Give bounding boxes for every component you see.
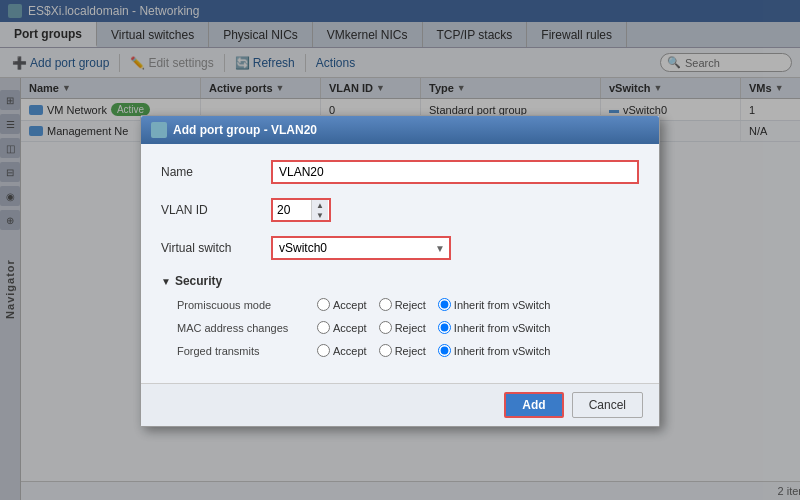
add-button[interactable]: Add — [504, 392, 563, 418]
vlan-id-label: VLAN ID — [161, 203, 271, 217]
cancel-button[interactable]: Cancel — [572, 392, 643, 418]
virtual-switch-label: Virtual switch — [161, 241, 271, 255]
add-port-group-dialog: Add port group - VLAN20 Name VLAN ID ▲ ▼… — [140, 115, 660, 427]
virtual-switch-select[interactable]: vSwitch0 — [273, 238, 431, 258]
vlan-id-form-row: VLAN ID ▲ ▼ — [161, 198, 639, 222]
spinner-buttons: ▲ ▼ — [311, 200, 328, 220]
name-input[interactable] — [271, 160, 639, 184]
mac-address-row: MAC address changes Accept Reject Inheri… — [177, 321, 639, 334]
radio-accept[interactable]: Accept — [317, 321, 367, 334]
promiscuous-mode-row: Promiscuous mode Accept Reject Inherit f… — [177, 298, 639, 311]
radio-accept[interactable]: Accept — [317, 344, 367, 357]
dialog-icon — [151, 122, 167, 138]
forged-transmits-label: Forged transmits — [177, 345, 317, 357]
name-label: Name — [161, 165, 271, 179]
virtual-switch-select-wrap: vSwitch0 ▼ — [271, 236, 451, 260]
security-title: Security — [175, 274, 222, 288]
dialog-title-bar: Add port group - VLAN20 — [141, 116, 659, 144]
section-toggle[interactable]: ▼ — [161, 276, 171, 287]
name-form-row: Name — [161, 160, 639, 184]
radio-inherit[interactable]: Inherit from vSwitch — [438, 321, 551, 334]
virtual-switch-form-row: Virtual switch vSwitch0 ▼ — [161, 236, 639, 260]
security-section-header: ▼ Security — [161, 274, 639, 288]
radio-reject[interactable]: Reject — [379, 298, 426, 311]
mac-address-radio-group: Accept Reject Inherit from vSwitch — [317, 321, 550, 334]
vlan-id-spinner: ▲ ▼ — [271, 198, 331, 222]
radio-inherit[interactable]: Inherit from vSwitch — [438, 344, 551, 357]
forged-transmits-row: Forged transmits Accept Reject Inherit f… — [177, 344, 639, 357]
spinner-up-button[interactable]: ▲ — [312, 200, 328, 210]
vlan-id-input[interactable] — [273, 200, 311, 220]
radio-reject[interactable]: Reject — [379, 321, 426, 334]
spinner-down-button[interactable]: ▼ — [312, 210, 328, 220]
dialog-title-text: Add port group - VLAN20 — [173, 123, 317, 137]
dialog-footer: Add Cancel — [141, 383, 659, 426]
dialog-body: Name VLAN ID ▲ ▼ Virtual switch vSwitch0… — [141, 144, 659, 383]
radio-reject[interactable]: Reject — [379, 344, 426, 357]
radio-accept[interactable]: Accept — [317, 298, 367, 311]
select-arrow-icon: ▼ — [431, 241, 449, 256]
forged-transmits-radio-group: Accept Reject Inherit from vSwitch — [317, 344, 550, 357]
radio-inherit[interactable]: Inherit from vSwitch — [438, 298, 551, 311]
promiscuous-mode-label: Promiscuous mode — [177, 299, 317, 311]
mac-address-label: MAC address changes — [177, 322, 317, 334]
promiscuous-mode-radio-group: Accept Reject Inherit from vSwitch — [317, 298, 550, 311]
